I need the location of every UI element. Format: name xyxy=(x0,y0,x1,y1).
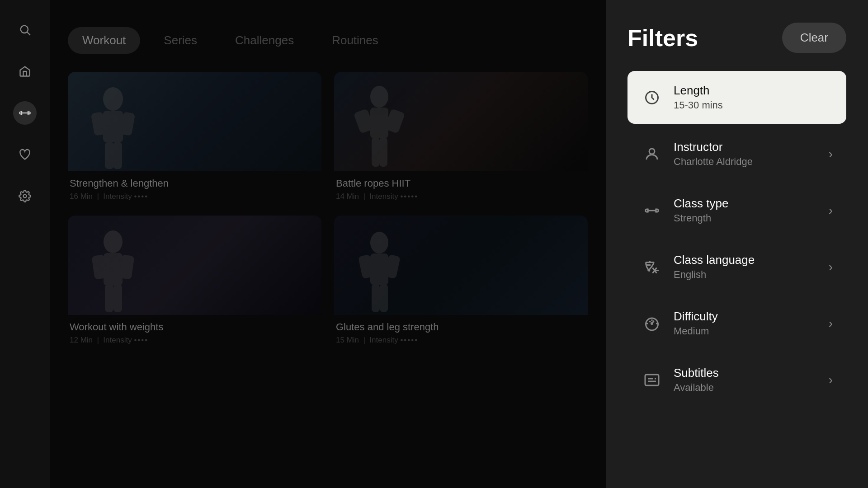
filter-title: Filters xyxy=(627,24,698,52)
svg-rect-40 xyxy=(645,375,659,385)
filter-language-title: Class language xyxy=(674,253,829,267)
filter-item-language[interactable]: Class language English › xyxy=(627,240,846,293)
subtitles-chevron-icon: › xyxy=(829,373,833,387)
svg-point-0 xyxy=(21,26,28,33)
filter-instructor-title: Instructor xyxy=(674,140,829,154)
favorites-icon[interactable] xyxy=(13,143,37,166)
filter-classtype-title: Class type xyxy=(674,197,829,211)
translate-icon xyxy=(641,256,663,278)
svg-line-1 xyxy=(27,32,30,35)
classtype-chevron-icon: › xyxy=(829,203,833,218)
content-area: Workout Series Challenges Routines xyxy=(50,0,606,488)
search-icon[interactable] xyxy=(13,18,37,42)
filter-header: Filters Clear xyxy=(627,23,846,53)
filter-text-instructor: Instructor Charlotte Aldridge xyxy=(674,140,829,168)
subtitles-icon xyxy=(641,369,663,391)
filter-length-title: Length xyxy=(674,84,833,98)
sidebar xyxy=(0,0,50,488)
difficulty-chevron-icon: › xyxy=(829,316,833,331)
gauge-icon xyxy=(641,313,663,334)
workout-icon[interactable] xyxy=(13,101,37,125)
language-chevron-icon: › xyxy=(829,260,833,274)
settings-icon[interactable] xyxy=(13,184,37,208)
filter-difficulty-title: Difficulty xyxy=(674,310,829,324)
filter-item-difficulty[interactable]: Difficulty Medium › xyxy=(627,297,846,350)
filter-item-length[interactable]: Length 15-30 mins xyxy=(627,71,846,124)
dumbbell-icon xyxy=(641,200,663,221)
svg-point-39 xyxy=(651,323,653,324)
overlay xyxy=(50,0,606,488)
filter-text-difficulty: Difficulty Medium xyxy=(674,310,829,337)
filter-instructor-value: Charlotte Aldridge xyxy=(674,156,829,168)
filter-item-classtype[interactable]: Class type Strength › xyxy=(627,184,846,237)
clear-button[interactable]: Clear xyxy=(782,23,846,53)
filter-item-subtitles[interactable]: Subtitles Available › xyxy=(627,353,846,406)
person-icon xyxy=(641,143,663,165)
filter-language-value: English xyxy=(674,269,829,281)
clock-icon xyxy=(641,87,663,108)
instructor-chevron-icon: › xyxy=(829,147,833,161)
filter-text-classtype: Class type Strength xyxy=(674,197,829,224)
filter-text-language: Class language English xyxy=(674,253,829,281)
filter-difficulty-value: Medium xyxy=(674,325,829,337)
svg-point-33 xyxy=(649,149,655,154)
home-icon[interactable] xyxy=(13,60,37,83)
filter-subtitles-title: Subtitles xyxy=(674,366,829,380)
filter-item-instructor[interactable]: Instructor Charlotte Aldridge › xyxy=(627,127,846,180)
filter-text-subtitles: Subtitles Available xyxy=(674,366,829,394)
filter-subtitles-value: Available xyxy=(674,382,829,394)
filter-length-value: 15-30 mins xyxy=(674,99,833,111)
filter-text-length: Length 15-30 mins xyxy=(674,84,833,111)
filter-classtype-value: Strength xyxy=(674,212,829,224)
svg-point-7 xyxy=(24,195,27,198)
filter-panel: Filters Clear Length 15-30 mins Instruct… xyxy=(606,0,868,488)
